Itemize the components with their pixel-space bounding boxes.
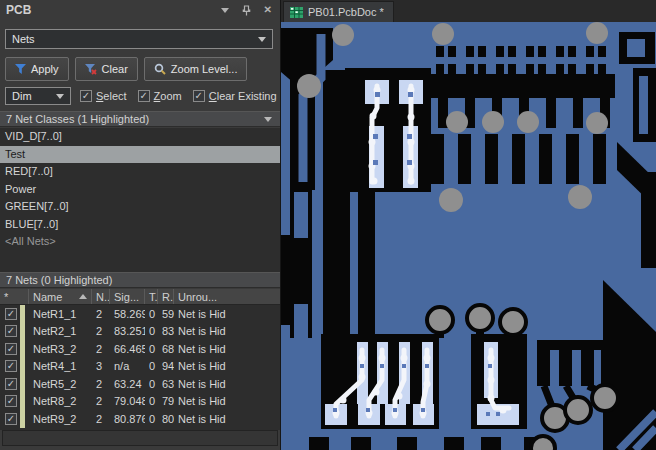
pcb-editor-viewport[interactable] <box>281 22 656 450</box>
column-header-unrouted[interactable]: Unrou... <box>174 289 280 304</box>
net-color-stripe <box>20 358 25 376</box>
net-signal-length: 79.048 <box>110 395 145 407</box>
table-row[interactable]: NetR3_2 2 66.465 0 68. Net is Hid <box>0 340 280 358</box>
net-color-stripe <box>20 340 25 358</box>
select-checkbox[interactable] <box>80 90 92 102</box>
table-row[interactable]: NetR5_2 2 63.24 0 63. Net is Hid <box>0 375 280 393</box>
net-visible-checkbox[interactable] <box>5 378 17 390</box>
net-nodes: 2 <box>92 378 110 390</box>
net-unrouted-status: Net is Hid <box>174 378 280 390</box>
net-unrouted-status: Net is Hid <box>174 395 280 407</box>
net-nodes: 2 <box>92 413 110 425</box>
net-visible-checkbox[interactable] <box>5 360 17 372</box>
zoom-level-button[interactable]: Zoom Level... <box>144 57 248 81</box>
net-routed-length: 63. <box>158 378 174 390</box>
panel-view-select[interactable]: Nets <box>5 29 273 49</box>
net-signal-length: 66.465 <box>110 343 145 355</box>
column-header-t[interactable]: T... <box>145 289 158 304</box>
net-t-value: 0 <box>145 378 158 390</box>
net-nodes: 2 <box>92 308 110 320</box>
table-row[interactable]: NetR1_1 2 58.269 0 59 Net is Hid <box>0 305 280 323</box>
dim-mode-select[interactable]: Dim <box>5 87 71 105</box>
net-color-stripe <box>20 393 25 411</box>
clear-existing-checkbox-group: Clear Existing <box>193 90 277 102</box>
net-routed-length: 59 <box>158 308 174 320</box>
net-class-item[interactable]: Power <box>0 181 280 199</box>
net-nodes: 2 <box>92 325 110 337</box>
net-signal-length: n/a <box>110 360 145 372</box>
net-t-value: 0 <box>145 325 158 337</box>
net-class-item[interactable]: RED[7..0] <box>0 163 280 181</box>
chevron-down-icon <box>56 94 64 99</box>
net-visible-checkbox[interactable] <box>5 395 17 407</box>
nets-table-header: * Name N.. Sig... T... R... Unrou... <box>0 289 280 305</box>
altium-pcb-workspace: PCB ✕ Nets Apply Clear <box>0 0 656 450</box>
pcb-panel: PCB ✕ Nets Apply Clear <box>0 0 281 450</box>
nets-section-header: 7 Nets (0 Highlighted) <box>0 272 280 288</box>
table-row[interactable]: NetR9_2 2 80.876 0 80. Net is Hid <box>0 410 280 428</box>
table-row[interactable]: NetR4_1 3 n/a 0 94. Net is Hid <box>0 358 280 376</box>
net-name: NetR3_2 <box>29 343 92 355</box>
clear-button[interactable]: Clear <box>75 57 138 81</box>
net-routed-length: 80. <box>158 413 174 425</box>
net-unrouted-status: Net is Hid <box>174 308 280 320</box>
net-signal-length: 58.269 <box>110 308 145 320</box>
document-tab-label: PB01.PcbDoc * <box>308 6 384 18</box>
panel-view-select-value: Nets <box>12 33 35 45</box>
net-name: NetR1_1 <box>29 308 92 320</box>
net-visible-checkbox[interactable] <box>5 413 17 425</box>
net-t-value: 0 <box>145 308 158 320</box>
apply-button[interactable]: Apply <box>5 57 69 81</box>
net-name: NetR4_1 <box>29 360 92 372</box>
column-header-star[interactable]: * <box>0 289 29 304</box>
magnifier-icon <box>154 63 166 75</box>
pin-icon[interactable] <box>242 5 251 16</box>
net-visible-checkbox[interactable] <box>5 308 17 320</box>
zoom-checkbox[interactable] <box>138 90 150 102</box>
sort-ascending-icon <box>79 294 87 299</box>
net-color-stripe <box>20 410 25 428</box>
pcb-canvas[interactable] <box>281 22 656 450</box>
net-color-stripe <box>20 375 25 393</box>
select-checkbox-group: Select <box>80 90 127 102</box>
net-unrouted-status: Net is Hid <box>174 343 280 355</box>
table-row[interactable]: NetR2_1 2 83.251 0 83. Net is Hid <box>0 323 280 341</box>
net-color-stripe <box>20 305 25 323</box>
clear-existing-checkbox-label: Clear Existing <box>209 90 277 102</box>
net-visible-checkbox[interactable] <box>5 343 17 355</box>
net-name: NetR2_1 <box>29 325 92 337</box>
net-classes-section-header[interactable]: 7 Net Classes (1 Highlighted) <box>0 111 280 127</box>
net-signal-length: 83.251 <box>110 325 145 337</box>
column-header-nodes[interactable]: N.. <box>92 289 110 304</box>
net-signal-length: 63.24 <box>110 378 145 390</box>
panel-menu-icon[interactable] <box>221 8 229 13</box>
net-visible-checkbox[interactable] <box>5 325 17 337</box>
net-nodes: 2 <box>92 395 110 407</box>
net-nodes: 3 <box>92 360 110 372</box>
table-row[interactable]: NetR8_2 2 79.048 0 79. Net is Hid <box>0 393 280 411</box>
chevron-down-icon <box>264 117 272 122</box>
net-class-item-selected[interactable]: Test <box>0 146 280 164</box>
column-header-name[interactable]: Name <box>29 289 92 304</box>
column-header-signal[interactable]: Sig... <box>110 289 145 304</box>
net-class-item[interactable]: GREEN[7..0] <box>0 198 280 216</box>
chevron-down-icon <box>258 37 266 42</box>
net-nodes: 2 <box>92 343 110 355</box>
net-unrouted-status: Net is Hid <box>174 413 280 425</box>
column-header-routed[interactable]: R... <box>158 289 174 304</box>
net-color-stripe <box>20 323 25 341</box>
net-t-value: 0 <box>145 395 158 407</box>
clear-existing-checkbox[interactable] <box>193 90 205 102</box>
net-class-item-all-nets[interactable]: <All Nets> <box>0 233 280 251</box>
dim-mode-value: Dim <box>12 90 32 102</box>
clear-filter-icon <box>85 64 97 75</box>
net-class-item[interactable]: VID_D[7..0] <box>0 128 280 146</box>
net-class-item[interactable]: BLUE[7..0] <box>0 216 280 234</box>
document-tab[interactable]: PB01.PcbDoc * <box>283 1 394 22</box>
net-name: NetR8_2 <box>29 395 92 407</box>
close-icon[interactable]: ✕ <box>264 5 272 15</box>
select-checkbox-label: Select <box>96 90 127 102</box>
net-t-value: 0 <box>145 343 158 355</box>
horizontal-scrollbar[interactable] <box>2 430 278 446</box>
net-routed-length: 68. <box>158 343 174 355</box>
